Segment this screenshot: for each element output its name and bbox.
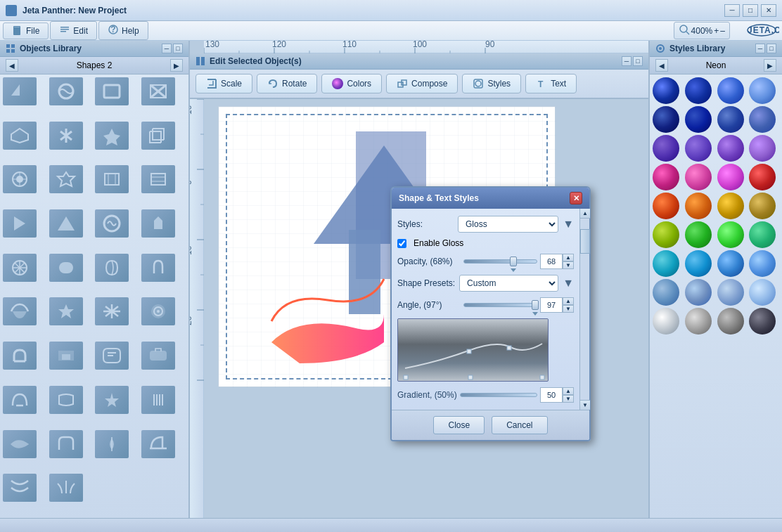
close-button[interactable]: ✕ [761, 4, 776, 17]
list-item[interactable] [717, 250, 744, 277]
list-item[interactable] [141, 297, 175, 325]
opacity-increment[interactable]: ▲ [563, 254, 574, 261]
zoom-in-button[interactable]: + [714, 26, 719, 36]
list-item[interactable] [95, 430, 129, 458]
list-item[interactable] [95, 297, 129, 325]
list-item[interactable] [653, 308, 679, 335]
edit-menu[interactable]: Edit [50, 21, 97, 40]
list-item[interactable] [717, 106, 744, 133]
close-dialog-button[interactable]: Close [433, 416, 485, 434]
list-item[interactable] [95, 386, 129, 414]
help-menu[interactable]: ? Help [98, 21, 148, 40]
styles-library-close[interactable]: □ [767, 44, 776, 53]
list-item[interactable] [3, 122, 37, 150]
opacity-decrement[interactable]: ▼ [563, 261, 574, 269]
opacity-slider[interactable] [463, 255, 537, 268]
gradient-slider-partial[interactable] [460, 393, 537, 397]
list-item[interactable] [749, 221, 776, 248]
prev-styles-button[interactable]: ◀ [655, 59, 668, 72]
list-item[interactable] [3, 77, 37, 105]
list-item[interactable] [653, 135, 679, 162]
list-item[interactable] [685, 279, 712, 306]
edit-panel-close[interactable]: □ [633, 56, 643, 66]
file-menu[interactable]: File [3, 22, 49, 39]
next-shapes-button[interactable]: ▶ [170, 59, 183, 72]
zoom-out-button[interactable]: – [720, 26, 725, 36]
list-item[interactable] [95, 165, 129, 193]
list-item[interactable] [717, 164, 744, 190]
list-item[interactable] [749, 164, 776, 190]
list-item[interactable] [685, 250, 712, 277]
shape-presets-dropdown[interactable]: Custom [459, 275, 558, 292]
list-item[interactable] [95, 209, 129, 238]
list-item[interactable] [3, 474, 37, 502]
list-item[interactable] [141, 77, 175, 105]
list-item[interactable] [653, 279, 679, 306]
list-item[interactable] [49, 77, 83, 105]
objects-library-collapse[interactable]: ─ [162, 44, 172, 53]
scale-button[interactable]: Scale [196, 74, 252, 93]
scrollbar-up-button[interactable]: ▲ [580, 209, 590, 219]
dialog-close-button[interactable]: ✕ [570, 192, 582, 205]
angle-increment[interactable]: ▲ [563, 297, 574, 305]
list-item[interactable] [653, 250, 679, 277]
compose-button[interactable]: Compose [386, 74, 458, 93]
list-item[interactable] [3, 209, 37, 238]
list-item[interactable] [95, 254, 129, 282]
scrollbar-thumb[interactable] [580, 229, 590, 254]
list-item[interactable] [95, 122, 129, 150]
list-item[interactable] [653, 106, 679, 133]
list-item[interactable] [3, 430, 37, 458]
list-item[interactable] [49, 430, 83, 458]
objects-library-close[interactable]: □ [173, 44, 183, 53]
list-item[interactable] [717, 308, 744, 335]
list-item[interactable] [749, 106, 776, 133]
angle-decrement[interactable]: ▼ [563, 305, 574, 313]
minimize-button[interactable]: ─ [724, 4, 740, 17]
list-item[interactable] [717, 135, 744, 162]
text-button[interactable]: T Text [525, 74, 577, 93]
gradient-decrement[interactable]: ▼ [563, 395, 574, 403]
list-item[interactable] [49, 209, 83, 238]
list-item[interactable] [141, 430, 175, 458]
list-item[interactable] [49, 122, 83, 150]
list-item[interactable] [749, 193, 776, 219]
list-item[interactable] [141, 342, 175, 370]
list-item[interactable] [3, 254, 37, 282]
list-item[interactable] [685, 308, 712, 335]
list-item[interactable] [49, 474, 83, 502]
list-item[interactable] [141, 386, 175, 414]
list-item[interactable] [685, 106, 712, 133]
list-item[interactable] [3, 342, 37, 370]
prev-shapes-button[interactable]: ◀ [6, 59, 18, 72]
list-item[interactable] [49, 254, 83, 282]
list-item[interactable] [141, 122, 175, 150]
list-item[interactable] [95, 342, 129, 370]
list-item[interactable] [749, 250, 776, 277]
list-item[interactable] [653, 193, 679, 219]
list-item[interactable] [685, 193, 712, 219]
list-item[interactable] [3, 165, 37, 193]
list-item[interactable] [141, 209, 175, 238]
list-item[interactable] [749, 77, 776, 104]
list-item[interactable] [141, 254, 175, 282]
list-item[interactable] [685, 135, 712, 162]
list-item[interactable] [717, 193, 744, 219]
edit-panel-collapse[interactable]: ─ [622, 56, 632, 66]
styles-dropdown[interactable]: Gloss [458, 216, 558, 233]
list-item[interactable] [749, 279, 776, 306]
styles-button[interactable]: Styles [462, 74, 521, 93]
list-item[interactable] [3, 386, 37, 414]
list-item[interactable] [49, 165, 83, 193]
list-item[interactable] [717, 221, 744, 248]
list-item[interactable] [685, 77, 712, 104]
shape-text-styles-dialog[interactable]: Shape & Text Styles ✕ Styles: Gloss ▼ En… [390, 186, 591, 441]
maximize-button[interactable]: □ [743, 4, 758, 17]
list-item[interactable] [749, 135, 776, 162]
list-item[interactable] [749, 308, 776, 335]
enable-gloss-checkbox[interactable] [397, 239, 406, 248]
list-item[interactable] [95, 77, 129, 105]
next-styles-button[interactable]: ▶ [764, 59, 776, 72]
list-item[interactable] [717, 279, 744, 306]
list-item[interactable] [141, 165, 175, 193]
